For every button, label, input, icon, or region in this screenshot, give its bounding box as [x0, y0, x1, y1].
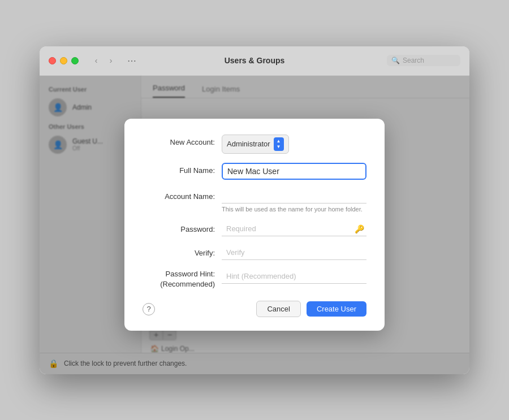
macos-window: ‹ › ⋯ Users & Groups 🔍 Search Current Us…	[40, 46, 469, 374]
hint-input[interactable]	[222, 269, 366, 284]
verify-control	[222, 245, 366, 260]
verify-row: Verify:	[143, 245, 366, 260]
password-row: Password: 🔑	[143, 222, 366, 236]
full-name-input[interactable]	[222, 163, 366, 180]
hint-row: Password Hint: (Recommended)	[143, 269, 366, 289]
forward-arrow[interactable]: ›	[105, 54, 117, 67]
account-name-control: This will be used as the name for your h…	[222, 189, 366, 213]
grid-icon[interactable]: ⋯	[127, 55, 136, 66]
hint-label-group: Password Hint: (Recommended)	[143, 269, 222, 289]
full-name-row: Full Name:	[143, 163, 366, 180]
full-name-label: Full Name:	[143, 163, 222, 175]
minimize-button[interactable]	[60, 57, 67, 64]
close-button[interactable]	[49, 57, 56, 64]
maximize-button[interactable]	[71, 57, 79, 64]
full-name-control	[222, 163, 366, 180]
search-box[interactable]: 🔍 Search	[387, 55, 460, 66]
hint-label: Password Hint:	[143, 269, 215, 279]
dropdown-arrows-icon: ▲ ▼	[274, 137, 284, 151]
window-body: Current User 👤 Admin Other Users 👤 Guest…	[40, 76, 469, 374]
key-icon: 🔑	[355, 224, 364, 233]
account-type-value: Administrator	[227, 140, 270, 148]
window-title: Users & Groups	[225, 56, 285, 65]
title-bar: ‹ › ⋯ Users & Groups 🔍 Search	[40, 46, 469, 76]
account-name-row: Account Name: This will be used as the n…	[143, 189, 366, 213]
new-account-label: New Account:	[143, 135, 222, 146]
cancel-button[interactable]: Cancel	[256, 301, 300, 317]
password-input[interactable]	[222, 222, 366, 236]
search-icon: 🔍	[391, 57, 400, 64]
new-account-row: New Account: Administrator ▲ ▼	[143, 135, 366, 154]
traffic-lights	[49, 57, 79, 64]
create-user-button[interactable]: Create User	[307, 301, 366, 317]
nav-arrows: ‹ ›	[90, 54, 117, 67]
account-type-control: Administrator ▲ ▼	[222, 135, 366, 154]
account-name-input[interactable]	[222, 189, 366, 203]
help-button[interactable]: ?	[143, 303, 155, 315]
footer-actions: Cancel Create User	[256, 301, 366, 317]
modal-overlay: New Account: Administrator ▲ ▼ Full Na	[40, 76, 469, 374]
password-label: Password:	[143, 222, 222, 233]
dialog-footer: ? Cancel Create User	[143, 301, 366, 317]
verify-input[interactable]	[222, 245, 366, 260]
account-name-hint: This will be used as the name for your h…	[222, 206, 366, 213]
create-user-dialog: New Account: Administrator ▲ ▼ Full Na	[124, 119, 385, 331]
account-name-label: Account Name:	[143, 189, 222, 201]
search-placeholder: Search	[403, 57, 424, 64]
back-arrow[interactable]: ‹	[90, 54, 102, 67]
password-control: 🔑	[222, 222, 366, 236]
hint-control	[222, 269, 366, 284]
hint-sublabel: (Recommended)	[143, 279, 215, 289]
verify-label: Verify:	[143, 245, 222, 257]
account-type-dropdown[interactable]: Administrator ▲ ▼	[222, 135, 289, 154]
